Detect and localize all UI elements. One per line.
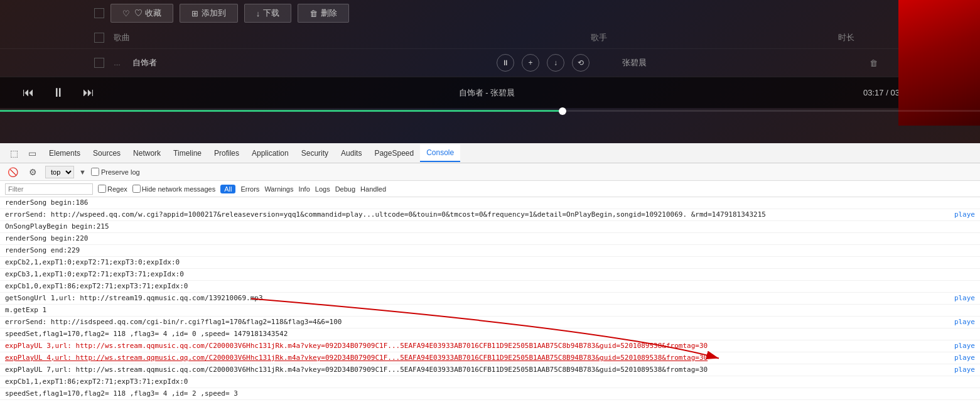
regex-checkbox[interactable]	[98, 185, 106, 193]
inspect-icon[interactable]: ⬚	[6, 146, 21, 161]
console-line: renderSong begin:186	[0, 197, 980, 209]
devtools-tabs: ⬚ ▭ Elements Sources Network Timeline Pr…	[0, 143, 980, 163]
hide-network-checkbox[interactable]	[132, 185, 141, 193]
song-name: 自饰者	[132, 57, 497, 68]
console-text: expCb2,1,expT1:0;expT2:71;expT3:0;expIdx…	[5, 258, 975, 268]
pause-icon[interactable]: ⏸	[497, 54, 514, 72]
warnings-filter-btn[interactable]: Warnings	[264, 185, 293, 193]
filter-bar: Regex Hide network messages All Errors W…	[0, 181, 980, 197]
console-line: getSongUrl 1,url: http://stream19.qqmusi…	[0, 293, 980, 305]
addto-button[interactable]: ⊞ 添加到	[180, 4, 238, 23]
player-area: ♡ ♡ 收藏 ⊞ 添加到 ↓ 下载 🗑 删除 歌曲 歌手 时长 … 自饰者 ⏸ …	[0, 0, 980, 143]
col-header-artist: 歌手	[591, 32, 779, 43]
song-controls: ⏸ + ↓ ⟲	[497, 54, 622, 72]
header-checkbox[interactable]	[94, 33, 104, 43]
console-text: expCb1,0,expT1:86;expT2:71;expT3:71;expI…	[5, 281, 975, 291]
console-source-link[interactable]: playe	[954, 210, 975, 220]
delete-button[interactable]: 🗑 删除	[298, 4, 349, 23]
context-arrow: ▼	[79, 168, 86, 176]
console-text: expPlayUL 7,url: http://ws.stream.qqmusi…	[5, 365, 949, 375]
console-source-link[interactable]: playe	[954, 341, 975, 351]
table-header: 歌曲 歌手 时长	[0, 26, 980, 49]
devtools-icons: ⬚ ▭	[3, 146, 43, 161]
clear-console-icon[interactable]: 🚫	[5, 165, 20, 180]
console-line: expPlayUL 4,url: http://ws.stream.qqmusi…	[0, 352, 980, 364]
console-line: errorSend: http://isdspeed.qq.com/cgi-bi…	[0, 317, 980, 328]
console-text: expPlayUL 4,url: http://ws.stream.qqmusi…	[5, 353, 949, 363]
errors-filter-btn[interactable]: Errors	[240, 185, 259, 193]
progress-thumb[interactable]	[559, 107, 566, 115]
console-line: speedSet,flag1=170,flag2= 118 ,flag3= 4 …	[0, 328, 980, 340]
devtools-panel: ⬚ ▭ Elements Sources Network Timeline Pr…	[0, 143, 980, 407]
player-controls: ⏮ ⏸ ⏭ 自饰者 - 张碧晨 03:17 / 03:35 ⟲ ♡ ↓	[0, 77, 980, 108]
console-text: renderSong begin:220	[5, 234, 975, 244]
song-artist: 张碧晨	[622, 57, 810, 68]
prev-button[interactable]: ⏮	[19, 84, 38, 102]
trash-icon: 🗑	[310, 9, 318, 18]
song-row: … 自饰者 ⏸ + ↓ ⟲ 张碧晨 🗑	[0, 49, 980, 77]
song-delete-btn[interactable]: 🗑	[861, 58, 886, 68]
hide-network-text: Hide network messages	[142, 185, 215, 193]
console-line: expCb2,1,expT1:0;expT2:71;expT3:0;expIdx…	[0, 257, 980, 269]
progress-fill	[0, 110, 559, 112]
add-icon[interactable]: +	[522, 54, 539, 72]
debug-filter-btn[interactable]: Debug	[335, 185, 355, 193]
download-icon: ↓	[256, 9, 261, 18]
console-line: OnSongPlayBegin begin:215	[0, 221, 980, 233]
console-text: expCb1,1,expT1:86;expT2:71;expT3:71;expI…	[5, 377, 975, 387]
col-header-song: 歌曲	[114, 32, 591, 43]
filter-input[interactable]	[5, 183, 93, 195]
responsive-icon[interactable]: ▭	[24, 146, 40, 161]
time-current: 03:17	[863, 88, 884, 97]
regex-text: Regex	[107, 185, 127, 193]
song-checkbox[interactable]	[94, 58, 104, 68]
tab-sources[interactable]: Sources	[87, 145, 127, 161]
tab-timeline[interactable]: Timeline	[167, 145, 208, 161]
console-line: expCb3,1,expT1:0;expT2:71;expT3:71;expId…	[0, 269, 980, 281]
regex-label: Regex	[98, 185, 127, 193]
all-filter-btn[interactable]: All	[220, 185, 235, 193]
info-filter-btn[interactable]: Info	[298, 185, 310, 193]
console-line: expPlayUL 3,url: http://ws.stream.qqmusi…	[0, 340, 980, 352]
console-text: getSongUrl 1,url: http://stream19.qqmusi…	[5, 293, 949, 303]
preserve-log-label: Preserve log	[91, 168, 140, 176]
console-output: renderSong begin:186errorSend: http://ws…	[0, 197, 980, 407]
logs-filter-btn[interactable]: Logs	[315, 185, 330, 193]
preserve-log-text: Preserve log	[101, 168, 140, 176]
tab-application[interactable]: Application	[245, 145, 295, 161]
now-playing-info: 自饰者 - 张碧晨	[110, 87, 863, 99]
tab-security[interactable]: Security	[295, 145, 335, 161]
console-toolbar: 🚫 ⚙ top ▼ Preserve log	[0, 163, 980, 181]
console-line: expPlayUL 7,url: http://ws.stream.qqmusi…	[0, 364, 980, 376]
context-selector[interactable]: top	[45, 166, 74, 178]
handled-filter-btn[interactable]: Handled	[360, 185, 386, 193]
console-source-link[interactable]: playe	[954, 353, 975, 363]
share-icon[interactable]: ⟲	[572, 54, 590, 72]
tab-audits[interactable]: Audits	[335, 145, 368, 161]
console-source-link[interactable]: playe	[954, 293, 975, 303]
tab-console[interactable]: Console	[420, 144, 460, 162]
console-text: renderSong end:229	[5, 246, 975, 256]
filter-console-icon[interactable]: ⚙	[25, 165, 40, 180]
next-button[interactable]: ⏭	[79, 84, 98, 102]
select-all-checkbox[interactable]	[94, 8, 104, 18]
console-line: expCb1,0,expT1:86;expT2:71;expT3:71;expI…	[0, 281, 980, 293]
console-source-link[interactable]: playe	[954, 365, 975, 375]
tab-pagespeed[interactable]: PageSpeed	[368, 145, 420, 161]
download-song-icon[interactable]: ↓	[547, 54, 564, 72]
collect-button[interactable]: ♡ ♡ 收藏	[110, 4, 173, 23]
console-line: errorSend: http://wspeed.qq.com/w.cgi?ap…	[0, 209, 980, 221]
pause-button[interactable]: ⏸	[47, 82, 70, 104]
tab-profiles[interactable]: Profiles	[208, 145, 245, 161]
console-source-link[interactable]: playe	[954, 317, 975, 327]
preserve-log-checkbox[interactable]	[91, 168, 99, 176]
download-button[interactable]: ↓ 下载	[244, 4, 292, 23]
tab-elements[interactable]: Elements	[43, 145, 87, 161]
tab-network[interactable]: Network	[127, 145, 167, 161]
addto-icon: ⊞	[191, 9, 198, 18]
progress-bar[interactable]	[0, 110, 980, 112]
heart-icon: ♡	[122, 9, 130, 18]
console-text: speedSet,flag1=170,flag2= 118 ,flag3= 4 …	[5, 389, 975, 399]
console-text: expCb3,1,expT1:0;expT2:71;expT3:71;expId…	[5, 269, 975, 279]
console-line: speedSet,flag1=170,flag2= 118 ,flag3= 4 …	[0, 388, 980, 400]
